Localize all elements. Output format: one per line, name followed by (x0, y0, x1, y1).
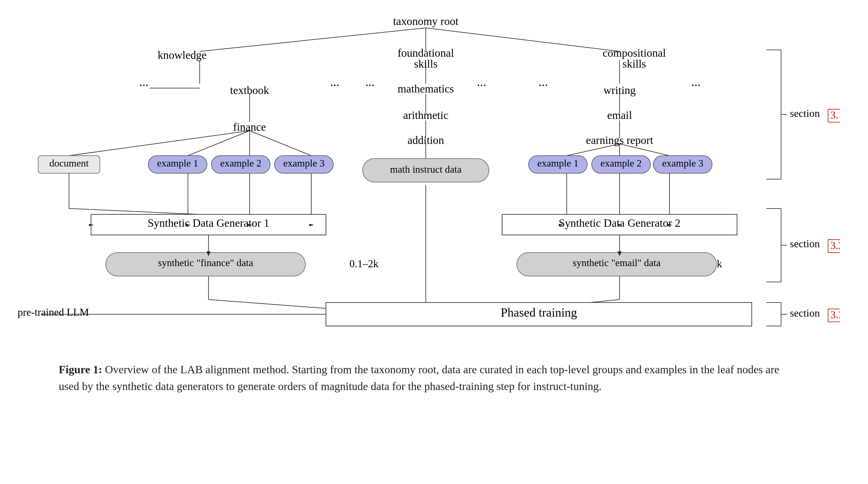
svg-line-21 (69, 209, 200, 214)
math-instruct-data-node: math instruct data (390, 164, 462, 175)
dots-1: ··· (139, 79, 149, 92)
svg-line-8 (250, 131, 311, 156)
compositional-skills-label: compositional (602, 47, 666, 59)
knowledge-label: knowledge (158, 49, 207, 61)
dots-6: ··· (691, 79, 701, 92)
dots-4: ··· (477, 79, 486, 92)
section33-number: 3.3 (830, 309, 840, 321)
writing-label: writing (603, 84, 636, 96)
figure-text: Overview of the LAB alignment method. St… (59, 363, 779, 392)
pre-trained-llm-label: pre-trained LLM (18, 306, 89, 318)
section31-number: 3.1 (830, 109, 840, 121)
foundational-skills-label: foundational (398, 47, 454, 59)
arithmetic-label: arithmetic (403, 109, 448, 121)
dots-3: ··· (365, 79, 375, 92)
section33-label: section (790, 307, 820, 319)
section32-label: section (790, 238, 820, 250)
svg-line-2 (426, 28, 620, 51)
range1-label: 0.1–2k (349, 258, 378, 270)
phased-training-node: Phased training (501, 306, 577, 319)
section31-label: section (790, 108, 820, 119)
fin-example2-node: example 2 (220, 158, 261, 169)
email-label: email (607, 109, 632, 121)
synth-finance-node: synthetic "finance" data (158, 257, 253, 268)
svg-line-0 (200, 28, 426, 51)
fin-example3-node: example 3 (283, 158, 325, 169)
fin-example1-node: example 1 (157, 158, 198, 169)
svg-line-5 (69, 131, 250, 156)
dots-2: ··· (330, 79, 339, 92)
addition-label: addition (408, 134, 444, 146)
figure-caption: Figure 1: Overview of the LAB alignment … (59, 361, 793, 395)
mathematics-label: mathematics (398, 83, 454, 95)
figure-label: Figure 1: (59, 363, 102, 375)
synth-email-node: synthetic "email" data (572, 257, 661, 268)
document-node: document (49, 158, 89, 169)
sdg1-node: Synthetic Data Generator 1 (148, 217, 270, 229)
taxonomy-root-label: taxonomy root (393, 15, 459, 27)
email-example2-node: example 2 (600, 158, 642, 169)
email-example1-node: example 1 (537, 158, 579, 169)
finance-label: finance (233, 121, 266, 133)
foundational-skills-label2: skills (414, 58, 437, 70)
compositional-skills-label2: skills (622, 58, 646, 70)
section32-number: 3.2 (830, 240, 840, 251)
svg-line-31 (209, 300, 326, 308)
diagram: taxonomy root knowledge foundational ski… (18, 9, 840, 361)
svg-line-6 (188, 131, 250, 156)
email-example3-node: example 3 (662, 158, 704, 169)
earnings-report-label: earnings report (586, 134, 653, 146)
sdg2-node: Synthetic Data Generator 2 (559, 217, 681, 229)
dots-5: ··· (538, 79, 548, 92)
textbook-label: textbook (230, 84, 269, 96)
